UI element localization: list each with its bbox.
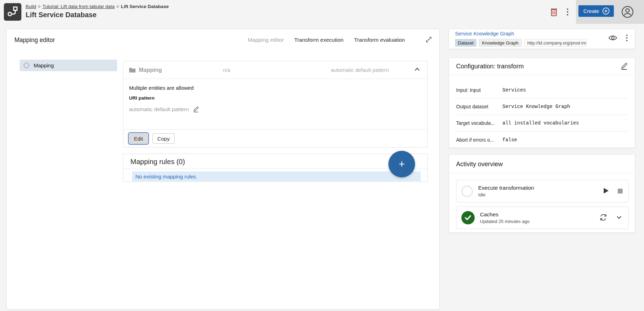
reload-cache-button[interactable] [599,214,608,222]
activity-overview-title: Activity overview [449,155,635,173]
activity-overview-card: Activity overview Execute transformation… [449,154,635,233]
page-title: Lift Service Database [26,11,169,19]
status-idle-icon [461,185,473,197]
mapping-type-value: n/a [223,67,307,73]
collapse-section-button[interactable] [413,66,422,75]
entities-note: Multiple entities are allowed [129,85,422,91]
uri-pattern-value: automatic default pattern [129,106,189,113]
config-row-abort-on-errors: Abort if errors o... false [456,131,628,148]
activity-row-caches: Caches Updated 25 minutes ago [456,207,629,229]
tab-transform-execution[interactable]: Transform execution [294,37,344,43]
activity-status: Idle [478,192,603,197]
config-label: Output dataset [456,104,502,109]
folder-icon [129,67,136,73]
breadcrumb-separator: > [36,4,42,9]
plus-circle-icon [602,7,610,15]
add-mapping-rule-fab[interactable]: + [388,151,415,177]
mapping-detail-body: Multiple entities are allowed URI patter… [123,79,427,129]
kebab-icon [566,8,569,17]
refresh-icon [599,213,608,223]
copy-button[interactable]: Copy [152,133,175,144]
tab-mapping-editor[interactable]: Mapping editor [248,37,284,43]
app-logo[interactable] [4,3,21,21]
edit-uri-pattern-button[interactable] [192,105,200,114]
header-more-menu-button[interactable] [563,7,572,17]
pencil-icon [192,105,200,114]
plus-icon: + [399,158,405,170]
account-menu-button[interactable] [621,6,634,19]
expand-activity-button[interactable] [615,214,623,222]
configuration-card: Configuration: transform Input: Input Se… [449,58,635,148]
tag-knowledge-graph: Knowledge Graph [479,39,522,47]
activity-name: Caches [480,211,599,218]
configuration-title: Configuration: transform [456,63,524,70]
breadcrumb-link-build[interactable]: Build [26,4,36,9]
breadcrumb-link-tutorial[interactable]: Tutorial: Lift data from tabular data [42,4,115,9]
stop-icon [618,189,623,194]
eye-icon [608,34,617,42]
app-header: Build>Tutorial: Lift data from tabular d… [0,0,644,24]
start-activity-button[interactable] [603,188,610,195]
config-value: Services [502,87,526,93]
activity-status: Updated 25 minutes ago [480,219,599,224]
create-button[interactable]: Create [578,5,614,17]
radio-circle-icon [24,63,29,68]
edit-configuration-button[interactable] [619,61,629,72]
preview-dataset-button[interactable] [608,33,618,43]
mapping-editor-panel: Mapping editor Mapping editor Transform … [6,29,440,310]
view-tabs: Mapping editor Transform execution Trans… [248,36,433,44]
mapping-detail-card: Mapping n/a automatic default pattern Mu… [123,61,428,148]
chevron-down-icon [616,214,623,222]
create-button-label: Create [583,8,599,14]
expand-arrows-icon [425,36,433,45]
mapping-tree-item-label: Mapping [34,62,54,68]
divider [449,173,635,173]
panel-header: Mapping editor Mapping editor Transform … [7,29,439,51]
mapping-rules-card: Mapping rules (0) No existing mapping ru… [123,154,428,182]
config-row-target-vocabulary: Target vocabula... all installed vocabul… [456,115,628,131]
chevron-up-icon [414,66,421,74]
mapping-pattern-value: automatic default pattern [307,67,413,73]
kebab-icon [626,34,628,43]
panel-title: Mapping editor [14,36,55,44]
config-value: all installed vocabularies [502,120,579,126]
tag-dataset: Dataset [455,39,476,47]
page: Build>Tutorial: Lift data from tabular d… [0,0,644,311]
breadcrumb-current: Lift Service Database [121,4,169,9]
mapping-detail-title: Mapping [139,67,162,73]
mapping-detail-header[interactable]: Mapping n/a automatic default pattern [123,61,427,79]
uri-pattern-label: URI pattern [129,95,422,101]
mapping-tree-item[interactable]: Mapping [20,60,117,71]
config-value: false [502,137,517,143]
config-label: Target vocabula... [456,120,502,126]
config-label: Abort if errors o... [456,137,502,143]
config-value: Service Knowledge Graph [502,104,570,109]
mapping-detail-actions: Edit Copy [123,130,427,147]
configuration-rows: Input: Input Services Output dataset Ser… [449,75,635,148]
dataset-uri-value: http://ld.company.org/prod-inst [524,39,587,47]
dataset-more-menu-button[interactable] [624,33,630,43]
dataset-link[interactable]: Service Knowledge Graph [455,31,514,36]
breadcrumb-separator: > [115,4,121,9]
sitemap-icon [7,5,19,19]
config-label: Input: Input [456,87,502,93]
pencil-icon [619,61,629,72]
account-icon [621,5,634,20]
play-icon [603,188,609,195]
config-row-input: Input: Input Services [456,82,628,99]
stop-activity-button[interactable] [617,188,623,194]
breadcrumb: Build>Tutorial: Lift data from tabular d… [26,4,169,9]
divider [123,169,427,169]
activity-name: Execute transformation [478,185,603,191]
status-success-icon [461,211,475,224]
delete-button[interactable] [549,7,559,17]
header-text-block: Build>Tutorial: Lift data from tabular d… [26,4,169,19]
activity-row-execute-transformation: Execute transformation Idle [456,180,629,202]
empty-rules-notice: No existing mapping rules. [132,171,421,181]
mapping-rules-title: Mapping rules (0) [123,154,427,169]
tab-transform-evaluation[interactable]: Transform evaluation [354,37,405,43]
dataset-summary-card: Service Knowledge Graph Dataset Knowledg… [449,29,635,49]
edit-button[interactable]: Edit [129,133,148,144]
expand-fullscreen-button[interactable] [425,36,433,44]
config-row-output-dataset: Output dataset Service Knowledge Graph [456,99,628,115]
